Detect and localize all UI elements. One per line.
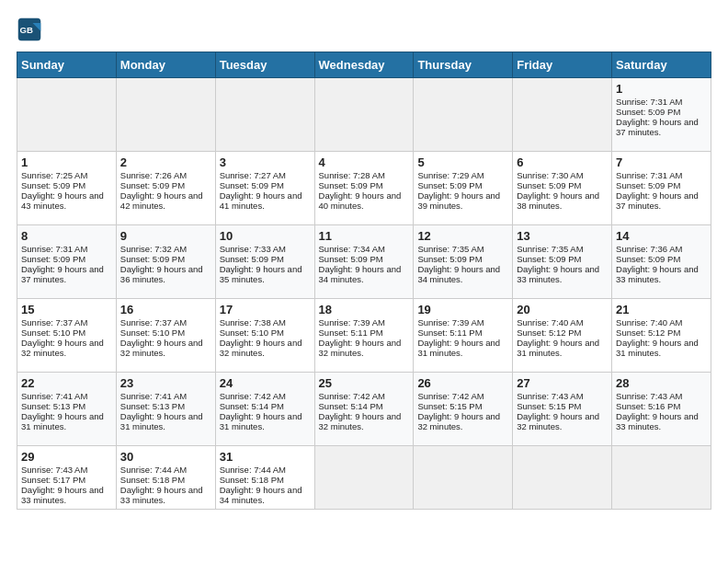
sunset-text: Sunset: 5:17 PM — [21, 475, 85, 485]
sunset-text: Sunset: 5:15 PM — [517, 401, 581, 411]
sunset-text: Sunset: 5:11 PM — [417, 327, 482, 338]
daylight-text: Daylight: 9 hours and 37 minutes. — [616, 190, 699, 211]
sunrise-text: Sunrise: 7:28 AM — [319, 170, 385, 180]
sunset-text: Sunset: 5:14 PM — [319, 401, 383, 411]
sunrise-text: Sunrise: 7:40 AM — [616, 317, 682, 327]
calendar-week-2: 8Sunrise: 7:31 AMSunset: 5:09 PMDaylight… — [17, 225, 711, 299]
sunset-text: Sunset: 5:09 PM — [120, 180, 185, 190]
sunrise-text: Sunrise: 7:40 AM — [517, 317, 583, 327]
calendar-cell: 3Sunrise: 7:27 AMSunset: 5:09 PMDaylight… — [215, 152, 314, 225]
sunrise-text: Sunrise: 7:42 AM — [417, 391, 483, 401]
sunrise-text: Sunrise: 7:25 AM — [21, 170, 87, 180]
header-row: SundayMondayTuesdayWednesdayThursdayFrid… — [17, 52, 711, 78]
calendar-cell — [513, 446, 612, 510]
sunrise-text: Sunrise: 7:42 AM — [220, 391, 286, 401]
sunrise-text: Sunrise: 7:38 AM — [220, 317, 286, 327]
sunset-text: Sunset: 5:09 PM — [616, 254, 680, 264]
calendar-cell: 20Sunrise: 7:40 AMSunset: 5:12 PMDayligh… — [513, 299, 612, 373]
sunrise-text: Sunrise: 7:37 AM — [21, 317, 87, 327]
daylight-text: Daylight: 9 hours and 32 minutes. — [319, 338, 402, 358]
day-number: 18 — [319, 303, 410, 316]
calendar-cell — [513, 78, 612, 152]
sunset-text: Sunset: 5:10 PM — [120, 327, 185, 338]
day-number: 5 — [417, 155, 508, 169]
day-number: 14 — [616, 229, 707, 243]
daylight-text: Daylight: 9 hours and 33 minutes. — [120, 485, 203, 505]
sunrise-text: Sunrise: 7:34 AM — [319, 244, 385, 254]
daylight-text: Daylight: 9 hours and 37 minutes. — [616, 117, 699, 137]
daylight-text: Daylight: 9 hours and 40 minutes. — [319, 190, 402, 211]
sunset-text: Sunset: 5:09 PM — [417, 180, 482, 190]
calendar-cell — [314, 446, 414, 510]
daylight-text: Daylight: 9 hours and 34 minutes. — [220, 485, 302, 505]
calendar-cell: 12Sunrise: 7:35 AMSunset: 5:09 PMDayligh… — [414, 225, 513, 299]
calendar-cell: 4Sunrise: 7:28 AMSunset: 5:09 PMDaylight… — [314, 152, 414, 225]
day-number: 15 — [21, 303, 112, 316]
daylight-text: Daylight: 9 hours and 36 minutes. — [120, 264, 203, 284]
sunrise-text: Sunrise: 7:37 AM — [120, 317, 187, 327]
daylight-text: Daylight: 9 hours and 42 minutes. — [120, 190, 203, 211]
logo-icon: GB — [17, 17, 42, 42]
sunrise-text: Sunrise: 7:39 AM — [319, 317, 385, 327]
calendar-cell: 19Sunrise: 7:39 AMSunset: 5:11 PMDayligh… — [414, 299, 513, 373]
calendar-cell — [215, 78, 314, 152]
day-number: 27 — [517, 376, 608, 390]
sunrise-text: Sunrise: 7:35 AM — [517, 244, 583, 254]
daylight-text: Daylight: 9 hours and 33 minutes. — [616, 411, 699, 431]
sunset-text: Sunset: 5:18 PM — [120, 475, 185, 485]
sunrise-text: Sunrise: 7:35 AM — [417, 244, 483, 254]
header-day-monday: Monday — [116, 52, 215, 78]
day-number: 22 — [21, 376, 112, 390]
daylight-text: Daylight: 9 hours and 33 minutes. — [517, 264, 599, 284]
day-number: 4 — [319, 155, 410, 169]
header-day-tuesday: Tuesday — [215, 52, 314, 78]
sunset-text: Sunset: 5:09 PM — [517, 254, 581, 264]
calendar-cell: 15Sunrise: 7:37 AMSunset: 5:10 PMDayligh… — [17, 299, 117, 373]
calendar-cell: 21Sunrise: 7:40 AMSunset: 5:12 PMDayligh… — [612, 299, 711, 373]
daylight-text: Daylight: 9 hours and 32 minutes. — [319, 411, 402, 431]
daylight-text: Daylight: 9 hours and 32 minutes. — [21, 338, 104, 358]
sunrise-text: Sunrise: 7:31 AM — [21, 244, 87, 254]
day-number: 26 — [417, 376, 508, 390]
daylight-text: Daylight: 9 hours and 31 minutes. — [220, 411, 302, 431]
day-number: 1 — [616, 82, 707, 96]
day-number: 30 — [120, 450, 211, 464]
sunrise-text: Sunrise: 7:41 AM — [21, 391, 87, 401]
calendar-cell: 24Sunrise: 7:42 AMSunset: 5:14 PMDayligh… — [215, 373, 314, 446]
calendar-cell: 9Sunrise: 7:32 AMSunset: 5:09 PMDaylight… — [116, 225, 215, 299]
calendar-cell: 22Sunrise: 7:41 AMSunset: 5:13 PMDayligh… — [17, 373, 117, 446]
daylight-text: Daylight: 9 hours and 32 minutes. — [120, 338, 203, 358]
calendar-cell: 5Sunrise: 7:29 AMSunset: 5:09 PMDaylight… — [414, 152, 513, 225]
sunset-text: Sunset: 5:09 PM — [120, 254, 185, 264]
sunrise-text: Sunrise: 7:27 AM — [220, 170, 286, 180]
calendar-cell — [414, 446, 513, 510]
calendar-cell: 27Sunrise: 7:43 AMSunset: 5:15 PMDayligh… — [513, 373, 612, 446]
sunset-text: Sunset: 5:15 PM — [417, 401, 482, 411]
calendar-cell: 16Sunrise: 7:37 AMSunset: 5:10 PMDayligh… — [116, 299, 215, 373]
sunrise-text: Sunrise: 7:41 AM — [120, 391, 187, 401]
calendar-cell — [116, 78, 215, 152]
sunrise-text: Sunrise: 7:26 AM — [120, 170, 187, 180]
calendar-body: 1Sunrise: 7:31 AMSunset: 5:09 PMDaylight… — [17, 78, 711, 510]
calendar-cell: 11Sunrise: 7:34 AMSunset: 5:09 PMDayligh… — [314, 225, 414, 299]
header-day-friday: Friday — [513, 52, 612, 78]
sunset-text: Sunset: 5:09 PM — [616, 180, 680, 190]
daylight-text: Daylight: 9 hours and 31 minutes. — [517, 338, 599, 358]
calendar-cell: 14Sunrise: 7:36 AMSunset: 5:09 PMDayligh… — [612, 225, 711, 299]
calendar-cell: 1Sunrise: 7:25 AMSunset: 5:09 PMDaylight… — [17, 152, 117, 225]
sunset-text: Sunset: 5:09 PM — [220, 254, 284, 264]
calendar-cell: 6Sunrise: 7:30 AMSunset: 5:09 PMDaylight… — [513, 152, 612, 225]
calendar-cell: 31Sunrise: 7:44 AMSunset: 5:18 PMDayligh… — [215, 446, 314, 510]
sunrise-text: Sunrise: 7:43 AM — [21, 465, 87, 475]
sunset-text: Sunset: 5:09 PM — [319, 180, 383, 190]
daylight-text: Daylight: 9 hours and 31 minutes. — [120, 411, 203, 431]
day-number: 1 — [21, 155, 112, 169]
sunset-text: Sunset: 5:09 PM — [319, 254, 383, 264]
calendar-cell: 2Sunrise: 7:26 AMSunset: 5:09 PMDaylight… — [116, 152, 215, 225]
day-number: 20 — [517, 303, 608, 316]
sunset-text: Sunset: 5:16 PM — [616, 401, 680, 411]
day-number: 23 — [120, 376, 211, 390]
calendar-cell: 8Sunrise: 7:31 AMSunset: 5:09 PMDaylight… — [17, 225, 117, 299]
sunrise-text: Sunrise: 7:42 AM — [319, 391, 385, 401]
day-number: 31 — [220, 450, 311, 464]
